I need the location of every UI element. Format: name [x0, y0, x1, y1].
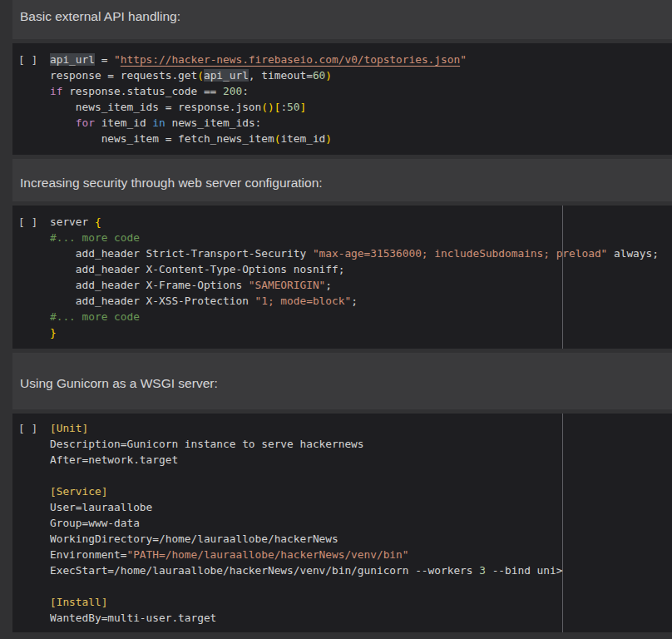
code-line: Environment="PATH=/home/lauraallobe/hack… — [50, 547, 672, 562]
code-line — [50, 578, 672, 594]
execution-count-indicator[interactable]: [ ] — [12, 52, 50, 67]
code-line: news_item_ids = response.json()[:50] — [50, 99, 672, 115]
markdown-cell-api-handling[interactable]: Basic external API handling: — [12, 0, 672, 39]
code-line: if response.status_code == 200: — [50, 83, 672, 99]
code-line: #... more code — [50, 309, 672, 324]
code-line: WantedBy=multi-user.target — [50, 610, 672, 626]
code-line: add_header X-Frame-Options "SAMEORIGIN"; — [50, 277, 672, 293]
code-line: ExecStart=/home/lauraallobe/hackerNews/v… — [50, 562, 672, 578]
code-editor-nginx-config[interactable]: server {#... more code add_header Strict… — [50, 214, 672, 340]
code-line: [Install] — [50, 594, 672, 610]
code-line: #... more code — [50, 230, 672, 245]
code-line: api_url = "https://hacker-news.firebasei… — [50, 52, 672, 67]
markdown-cell-web-server-security[interactable]: Increasing security through web server c… — [12, 159, 672, 201]
markdown-cell-gunicorn-wsgi[interactable]: Using Gunicorn as a WSGI server: — [12, 353, 672, 409]
code-line: add_header X-Content-Type-Options nosnif… — [50, 261, 672, 277]
code-line: User=lauraallobe — [50, 499, 672, 515]
code-cell-systemd-unit[interactable]: [ ] [Unit]Description=Gunicorn instance … — [12, 414, 672, 632]
code-line: for item_id in news_item_ids: — [50, 115, 672, 131]
code-line: Group=www-data — [50, 515, 672, 531]
code-editor-python-api[interactable]: api_url = "https://hacker-news.firebasei… — [50, 52, 672, 146]
code-editor-systemd-unit[interactable]: [Unit]Description=Gunicorn instance to s… — [50, 420, 672, 626]
code-line: news_item = fetch_news_item(item_id) — [50, 131, 672, 146]
markdown-text: Basic external API handling: — [20, 7, 672, 26]
code-cell-nginx-config[interactable]: [ ] server {#... more code add_header St… — [12, 206, 672, 349]
markdown-text: Using Gunicorn as a WSGI server: — [20, 374, 672, 393]
code-line — [50, 468, 672, 483]
code-line: add_header Strict-Transport-Security "ma… — [50, 245, 672, 261]
markdown-text: Increasing security through web server c… — [20, 174, 672, 192]
execution-count-indicator[interactable]: [ ] — [12, 420, 50, 436]
code-cell-python-api[interactable]: [ ] api_url = "https://hacker-news.fireb… — [12, 43, 672, 155]
code-line: add_header X-XSS-Protection "1; mode=blo… — [50, 293, 672, 309]
code-line: [Unit] — [50, 420, 672, 436]
code-line: [Service] — [50, 483, 672, 499]
execution-count-indicator[interactable]: [ ] — [12, 214, 50, 230]
code-line: Description=Gunicorn instance to serve h… — [50, 436, 672, 452]
code-line: server { — [50, 214, 672, 230]
code-line: } — [50, 324, 672, 340]
code-line: After=network.target — [50, 452, 672, 468]
code-line: WorkingDirectory=/home/lauraallobe/hacke… — [50, 531, 672, 547]
code-line: response = requests.get(api_url, timeout… — [50, 67, 672, 83]
